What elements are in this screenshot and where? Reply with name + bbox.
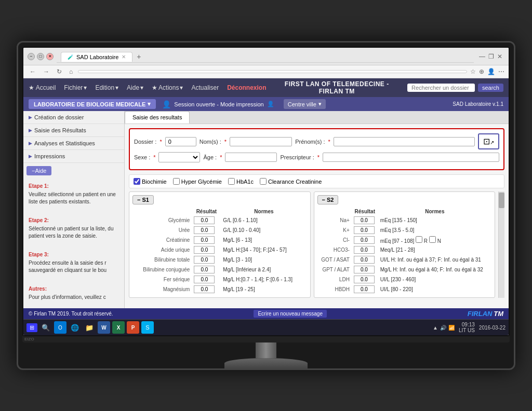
s2-na-input[interactable]	[354, 216, 375, 224]
extensions-icon[interactable]: ⊕	[479, 68, 484, 75]
s2-ldh-input[interactable]	[354, 276, 375, 283]
clearance-label: Clearance Creatinine	[268, 179, 322, 185]
sexe-select[interactable]: M F	[158, 152, 200, 162]
window-close-icon[interactable]: ✕	[497, 53, 502, 60]
sidebar-item-creation-dossier[interactable]: ▶ Création de dossier	[23, 111, 124, 124]
tray-icon2: 🔊	[440, 325, 446, 331]
taskbar-word[interactable]: W	[98, 321, 110, 334]
bookmark-icon[interactable]: ☆	[470, 68, 476, 75]
etape3-title: Etape 3:	[29, 251, 119, 258]
s1-creatinine-input[interactable]	[194, 236, 215, 244]
s2-gpt-value-cell	[352, 265, 378, 275]
s1-col-empty	[132, 208, 192, 215]
lab-dropdown-icon[interactable]: ▾	[148, 101, 151, 107]
s2-hbdh-input[interactable]	[354, 285, 375, 293]
s1-glycemie-input[interactable]	[194, 216, 215, 224]
nom-input[interactable]	[230, 137, 292, 146]
sidebar-item-analyses[interactable]: ▶ Analyses et Statistiques	[23, 137, 124, 150]
s2-got-input[interactable]	[354, 256, 375, 264]
nav-back-btn[interactable]: ←	[28, 67, 38, 76]
centre-ville-dropdown[interactable]: Centre ville ▾	[284, 99, 326, 109]
window-restore-icon[interactable]: ❐	[488, 53, 494, 60]
new-message-btn[interactable]: Ecrire un nouveau message	[254, 310, 327, 318]
browser-tab-active[interactable]: 🧪 SAD Laboratoire ✕	[61, 52, 132, 62]
biochimie-checkbox[interactable]	[134, 178, 140, 185]
cl-r-checkbox[interactable]	[416, 236, 422, 243]
s2-cl-input[interactable]	[354, 236, 375, 244]
sidebar-item-saisie-resultats[interactable]: ▶ Saisie des Résultats	[23, 124, 124, 137]
browser-window-controls[interactable]: − □ ✕	[28, 53, 54, 60]
window-maximize-btn[interactable]: □	[37, 53, 44, 60]
s1-bili-conjuguee-input[interactable]	[194, 266, 215, 273]
window-minimize-icon[interactable]: —	[479, 53, 485, 60]
profile-icon[interactable]: 👤	[487, 68, 495, 75]
search-btn[interactable]: search	[478, 84, 503, 92]
taskbar-files[interactable]: 📁	[83, 321, 96, 334]
start-button[interactable]: ⊞	[26, 323, 37, 332]
nav-fichier[interactable]: Fichier ▾	[64, 84, 87, 91]
new-tab-btn[interactable]: +	[132, 51, 145, 62]
checkbox-biochimie[interactable]: Biochimie	[134, 178, 167, 185]
table-row: LDH UI/L [230 - 460]	[317, 275, 492, 284]
s2-gpt-input[interactable]	[354, 266, 375, 273]
age-input[interactable]	[225, 153, 277, 162]
taskbar-search[interactable]: 🔍	[39, 321, 52, 334]
nav-actions[interactable]: ★ Actions ▾	[152, 84, 183, 91]
hba1c-checkbox[interactable]	[228, 178, 235, 185]
scroll-thumb[interactable]	[499, 193, 504, 208]
prescripteur-input[interactable]	[323, 153, 499, 162]
search-input[interactable]	[407, 84, 475, 92]
nav-edition[interactable]: Edition ▾	[95, 84, 118, 91]
eizo-badge: EIZO	[22, 336, 510, 342]
aide-etape2: Etape 2: Sélectionné un patient sur la l…	[23, 213, 124, 247]
s2-hbdh-value-cell	[352, 284, 378, 294]
taskbar-powerpoint[interactable]: P	[127, 321, 139, 334]
taskbar-excel[interactable]: X	[112, 321, 125, 334]
time-display: 09:13	[459, 322, 475, 327]
scroll-track[interactable]	[498, 191, 504, 298]
s1-uree-input[interactable]	[194, 226, 215, 234]
menu-icon[interactable]: ⋯	[498, 68, 504, 75]
checkbox-clearance[interactable]: Clearance Creatinine	[260, 178, 322, 185]
s1-fer-serique-input[interactable]	[194, 276, 215, 283]
s2-hco3-input[interactable]	[354, 246, 375, 254]
s2-na-value-cell	[352, 215, 378, 225]
taskbar-outlook[interactable]: O	[54, 321, 66, 334]
nav-deconnexion[interactable]: Déconnexion	[227, 84, 266, 91]
taskbar-skype[interactable]: S	[141, 321, 154, 334]
scan-button[interactable]: ⊡↗	[478, 133, 499, 149]
hyper-glycemie-checkbox[interactable]	[173, 178, 180, 185]
system-tray: ▲ 🔊 📶	[433, 325, 455, 331]
s1-fer-serique-label: Fer sérique	[132, 275, 192, 284]
nav-home-btn[interactable]: ⌂	[67, 67, 75, 76]
window-close-btn[interactable]: ✕	[46, 53, 54, 60]
s2-header: − S2	[317, 195, 339, 204]
cl-n-checkbox[interactable]	[429, 236, 436, 243]
sidebar-item-impressions[interactable]: ▶ Impressions	[23, 150, 124, 163]
checkbox-hba1c[interactable]: HbA1c	[228, 178, 254, 185]
nav-refresh-btn[interactable]: ↻	[55, 67, 64, 76]
s2-col-normes: Normes	[378, 208, 491, 215]
taskbar-chrome[interactable]: 🌐	[69, 321, 81, 334]
nav-aide[interactable]: Aide ▾	[127, 84, 143, 91]
s1-acide-urique-input[interactable]	[194, 246, 215, 254]
dossier-input[interactable]	[165, 137, 196, 146]
dossier-required: *	[159, 139, 162, 145]
nav-actualiser[interactable]: Actualiser	[191, 84, 219, 91]
s1-bili-totale-input[interactable]	[194, 256, 215, 264]
url-input[interactable]	[78, 70, 467, 73]
aide-button[interactable]: −Aide	[26, 166, 51, 175]
clearance-checkbox[interactable]	[260, 178, 267, 185]
s2-table: Résultat Normes Na+ mEq [135 - 150]	[317, 208, 492, 294]
window-minimize-btn[interactable]: −	[28, 53, 35, 60]
s1-magnesium-input[interactable]	[194, 285, 215, 293]
app-navigation: ★ Accueil Fichier ▾ Edition ▾ Aide ▾ ★ A…	[23, 78, 509, 97]
nav-accueil[interactable]: ★ Accueil	[29, 84, 56, 91]
prenom-input[interactable]	[334, 137, 475, 146]
nav-forward-btn[interactable]: →	[41, 67, 51, 76]
checkbox-hyper-glycemie[interactable]: Hyper Glycémie	[173, 178, 222, 185]
tab-saisie-resultats[interactable]: Saisie des resultats	[125, 111, 190, 124]
s2-k-input[interactable]	[354, 226, 375, 234]
tab-close-btn[interactable]: ✕	[122, 54, 126, 60]
s2-col-resultat: Résultat	[352, 208, 378, 215]
